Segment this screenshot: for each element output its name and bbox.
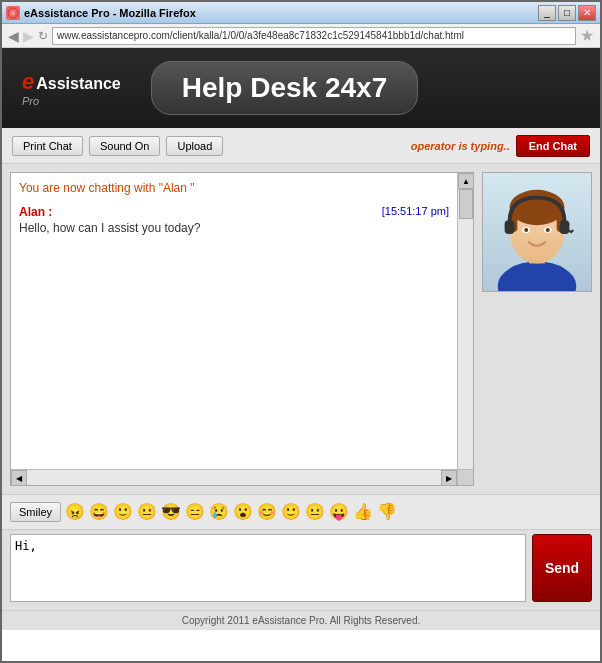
upload-button[interactable]: Upload [166, 136, 223, 156]
emoji-neutral[interactable]: 😐 [137, 504, 157, 520]
chat-intro: You are now chatting with "Alan " [19, 181, 449, 195]
smiley-bar: Smiley 😠 😄 🙂 😐 😎 😑 😢 😮 😊 🙂 😐 😛 👍 👎 [2, 494, 600, 530]
emoji-thumbsdown[interactable]: 👎 [377, 504, 397, 520]
chat-outer: You are now chatting with "Alan " Alan :… [10, 172, 474, 486]
helpdesk-text: Help Desk 24x7 [182, 72, 387, 103]
footer-text: Copyright 2011 eAssistance Pro. All Righ… [182, 615, 420, 626]
chat-content: You are now chatting with "Alan " Alan :… [11, 173, 457, 469]
agent-photo [482, 172, 592, 292]
logo-e: e [22, 69, 34, 95]
logo-area: eAssistance Pro [22, 69, 121, 107]
input-area: Hi, Send [2, 530, 600, 610]
emoji-tongue[interactable]: 😛 [329, 504, 349, 520]
toolbar: Print Chat Sound On Upload operator is t… [2, 128, 600, 164]
browser-icon [6, 6, 20, 20]
svg-point-11 [524, 228, 528, 232]
window-title: eAssistance Pro - Mozilla Firefox [24, 7, 196, 19]
emoji-cool[interactable]: 😎 [161, 504, 181, 520]
chat-sender: Alan : [19, 205, 52, 219]
footer: Copyright 2011 eAssistance Pro. All Righ… [2, 610, 600, 630]
emoji-thumbsup[interactable]: 👍 [353, 504, 373, 520]
typing-status: operator is typing.. [411, 140, 510, 152]
svg-point-6 [510, 190, 565, 225]
emoji-sad[interactable]: 😢 [209, 504, 229, 520]
chat-message-header: Alan : [15:51:17 pm] [19, 205, 449, 219]
emoji-blush[interactable]: 😊 [257, 504, 277, 520]
agent-illustration [483, 172, 591, 292]
logo-main: Assistance [36, 75, 121, 93]
go-icon: ★ [580, 26, 594, 45]
back-icon[interactable]: ◀ [8, 28, 19, 44]
scroll-track[interactable] [458, 189, 473, 469]
emoji-angry[interactable]: 😠 [65, 504, 85, 520]
vertical-scrollbar[interactable]: ▲ ▼ [457, 173, 473, 485]
svg-point-12 [546, 228, 550, 232]
scroll-right-button[interactable]: ▶ [441, 470, 457, 486]
refresh-icon[interactable]: ↻ [38, 29, 48, 43]
scrollbar-corner [457, 469, 473, 485]
header: eAssistance Pro Help Desk 24x7 [2, 48, 600, 128]
forward-icon[interactable]: ▶ [23, 28, 34, 44]
emoji-smile[interactable]: 🙂 [113, 504, 133, 520]
main-area: You are now chatting with "Alan " Alan :… [2, 164, 600, 494]
logo-pro: Pro [22, 95, 39, 107]
send-button[interactable]: Send [532, 534, 592, 602]
helpdesk-banner: Help Desk 24x7 [151, 61, 418, 115]
title-bar-left: eAssistance Pro - Mozilla Firefox [6, 6, 196, 20]
chat-input[interactable]: Hi, [10, 534, 526, 602]
print-chat-button[interactable]: Print Chat [12, 136, 83, 156]
chat-time: [15:51:17 pm] [382, 205, 449, 219]
svg-rect-13 [505, 220, 515, 234]
sound-on-button[interactable]: Sound On [89, 136, 161, 156]
emoji-happy[interactable]: 😄 [89, 504, 109, 520]
url-input[interactable] [52, 27, 576, 45]
scroll-up-button[interactable]: ▲ [458, 173, 474, 189]
horizontal-scrollbar[interactable]: ◀ ▶ [11, 469, 457, 485]
hscroll-track[interactable] [27, 470, 441, 485]
emoji-expressionless[interactable]: 😑 [185, 504, 205, 520]
emoji-slight-smile[interactable]: 🙂 [281, 504, 301, 520]
minimize-button[interactable]: _ [538, 5, 556, 21]
emoji-plain[interactable]: 😐 [305, 504, 325, 520]
address-bar: ◀ ▶ ↻ ★ [2, 24, 600, 48]
end-chat-button[interactable]: End Chat [516, 135, 590, 157]
close-button[interactable]: ✕ [578, 5, 596, 21]
svg-point-1 [11, 11, 15, 15]
title-bar: eAssistance Pro - Mozilla Firefox _ □ ✕ [2, 2, 600, 24]
window-controls: _ □ ✕ [538, 5, 596, 21]
scroll-left-button[interactable]: ◀ [11, 470, 27, 486]
scroll-thumb[interactable] [459, 189, 473, 219]
smiley-button[interactable]: Smiley [10, 502, 61, 522]
emoji-surprised[interactable]: 😮 [233, 504, 253, 520]
maximize-button[interactable]: □ [558, 5, 576, 21]
chat-message-text: Hello, how can I assist you today? [19, 221, 449, 235]
